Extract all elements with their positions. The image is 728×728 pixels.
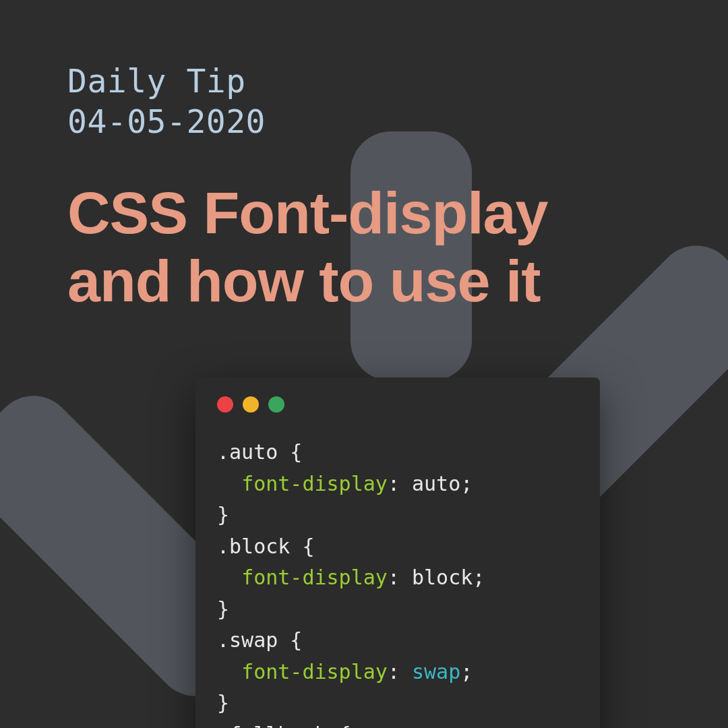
dot-minimize-icon [243, 396, 259, 413]
dot-close-icon [217, 396, 233, 413]
eyebrow: Daily Tip 04-05-2020 [67, 61, 661, 142]
dot-maximize-icon [268, 396, 284, 413]
eyebrow-date: 04-05-2020 [67, 101, 661, 142]
code-window: .auto { font-display: auto; } .block { f… [195, 377, 600, 728]
window-dots [217, 396, 578, 413]
page-title: CSS Font-display and how to use it [67, 179, 661, 315]
eyebrow-label: Daily Tip [67, 61, 661, 101]
code-block: .auto { font-display: auto; } .block { f… [217, 437, 578, 728]
content-wrap: Daily Tip 04-05-2020 CSS Font-display an… [0, 0, 728, 315]
